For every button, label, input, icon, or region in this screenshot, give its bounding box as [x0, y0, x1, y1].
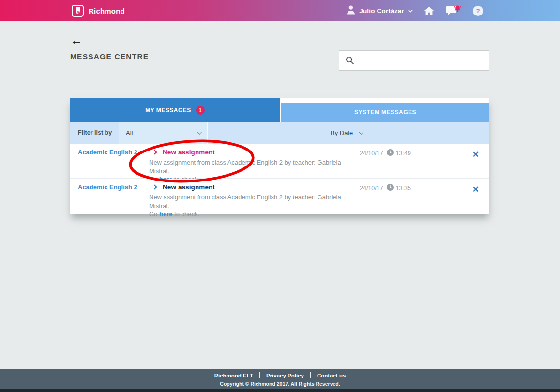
top-navbar: Richmond Julio Cortázar — [0, 0, 560, 21]
message-list: Academic English 2 New assignment New as… — [70, 144, 489, 213]
footer-link-richmond-elt[interactable]: Richmond ELT — [214, 373, 253, 378]
filter-dropdown[interactable]: All — [119, 122, 208, 144]
message-row[interactable]: Academic English 2 New assignment New as… — [70, 144, 489, 179]
navbar-right: Julio Cortázar — [347, 0, 483, 21]
message-content: New assignment New assignment from class… — [149, 182, 354, 219]
message-body-line1: New assignment from class Academic Engli… — [149, 194, 341, 210]
message-centre-screen: Richmond Julio Cortázar — [0, 0, 560, 392]
message-meta: 24/10/17 13:49 — [360, 149, 411, 158]
filter-label: Filter list by — [78, 122, 112, 144]
message-time: 13:49 — [396, 150, 411, 157]
chevron-right-icon — [152, 184, 157, 189]
tab-my-messages[interactable]: MY MESSAGES 1 — [70, 98, 280, 122]
message-date: 24/10/17 — [360, 150, 383, 157]
chevron-down-icon — [197, 130, 202, 135]
message-row[interactable]: Academic English 2 New assignment New as… — [70, 179, 489, 213]
message-time: 13:35 — [396, 185, 411, 192]
brand: Richmond — [72, 0, 125, 21]
unread-count-badge: 1 — [196, 106, 205, 115]
user-menu[interactable]: Julio Cortázar — [359, 7, 404, 15]
message-body-line1: New assignment from class Academic Engli… — [149, 159, 341, 175]
page-title: MESSAGE CENTRE — [70, 52, 149, 61]
message-title: New assignment — [163, 183, 215, 191]
divider — [310, 372, 311, 378]
search-icon — [346, 56, 354, 65]
footer: Richmond ELT Privacy Policy Contact us C… — [0, 369, 560, 389]
sort-selected-value: By Date — [331, 129, 353, 136]
home-icon[interactable] — [424, 6, 434, 15]
messages-panel: MY MESSAGES 1 SYSTEM MESSAGES Filter lis… — [70, 98, 489, 214]
chevron-down-icon — [359, 130, 363, 135]
copyright-text: Copyright © Richmond 2017. All Rights Re… — [0, 381, 560, 387]
divider — [259, 372, 260, 378]
footer-link-contact-us[interactable]: Contact us — [317, 373, 346, 378]
close-icon[interactable]: ✕ — [472, 150, 479, 160]
search-input[interactable] — [354, 51, 489, 70]
sort-dropdown[interactable]: By Date — [331, 122, 362, 144]
filter-row: Filter list by All By Date — [70, 122, 489, 144]
richmond-logo-icon — [72, 5, 84, 17]
message-class-link[interactable]: Academic English 2 — [78, 183, 137, 191]
brand-name: Richmond — [89, 7, 125, 15]
tab-label: SYSTEM MESSAGES — [354, 109, 416, 116]
divider — [143, 149, 143, 173]
message-body: New assignment from class Academic Engli… — [149, 193, 354, 219]
bell-icon — [453, 4, 462, 15]
close-icon[interactable]: ✕ — [472, 184, 479, 195]
clock-icon — [387, 149, 394, 158]
filter-selected-value: All — [126, 129, 133, 136]
here-link[interactable]: here — [159, 211, 172, 218]
message-title: New assignment — [163, 149, 215, 156]
help-icon[interactable]: ? — [473, 6, 483, 16]
message-body-line2-suffix: to check. — [172, 211, 199, 218]
message-meta: 24/10/17 13:35 — [360, 184, 411, 193]
clock-icon — [387, 184, 394, 193]
divider — [143, 183, 143, 208]
message-date: 24/10/17 — [360, 185, 383, 192]
chevron-right-icon — [152, 150, 157, 154]
back-button[interactable]: ← — [70, 34, 83, 46]
search-box — [339, 50, 489, 71]
chevron-down-icon[interactable] — [408, 8, 413, 13]
tab-label: MY MESSAGES — [145, 107, 191, 114]
message-class-link[interactable]: Academic English 2 — [78, 149, 137, 156]
message-body-line2-prefix: Go — [149, 211, 159, 218]
tab-system-messages[interactable]: SYSTEM MESSAGES — [281, 103, 489, 122]
footer-link-privacy-policy[interactable]: Privacy Policy — [266, 373, 304, 378]
user-icon — [347, 5, 355, 16]
bottom-strip — [0, 389, 560, 392]
notifications-icon[interactable] — [446, 4, 462, 17]
